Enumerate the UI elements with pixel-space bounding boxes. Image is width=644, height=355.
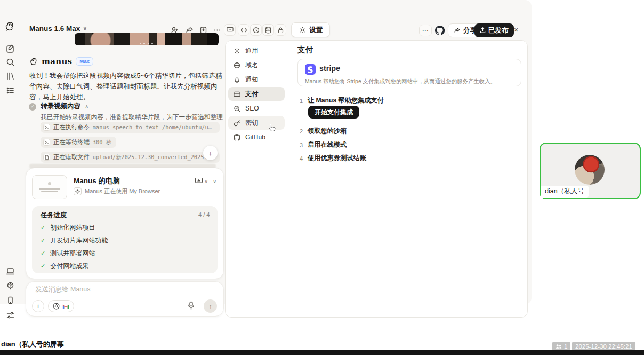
action-pill[interactable]: 正在等待终端 300 秒 <box>41 137 116 148</box>
search-icon[interactable] <box>4 56 16 68</box>
secrets-tab-button[interactable] <box>275 24 286 36</box>
viewer-count-badge: 1 <box>552 342 570 351</box>
section-title: 转录视频内容 <box>41 102 80 111</box>
stripe-description: Manus 帮助您将 Stripe 支付集成到您的网站中，从而通过您的服务产生收… <box>305 78 516 85</box>
computer-card-title: Manus 的电脑 <box>74 176 120 186</box>
gmail-icon <box>62 304 69 309</box>
github-icon <box>233 133 240 141</box>
chat-title[interactable]: Manus 1.6 Max ∨ <box>29 25 87 33</box>
scroll-to-bottom-button[interactable]: ↓ <box>203 146 218 160</box>
video-thumbnail[interactable] <box>75 33 219 45</box>
settings-nav-seo[interactable]: SEO <box>228 101 285 115</box>
tasks-icon[interactable] <box>4 84 16 96</box>
send-button[interactable]: ↑ <box>204 299 217 313</box>
task-item: ✓ 开发切片库网站功能 <box>41 236 108 245</box>
close-panel-button[interactable]: × <box>511 25 521 35</box>
code-tab-button[interactable] <box>238 24 249 36</box>
published-button[interactable]: 已发布 <box>474 23 514 37</box>
library-icon[interactable] <box>4 70 16 82</box>
progress-count: 4 / 4 <box>198 211 210 218</box>
computer-screen-thumbnail[interactable] <box>32 175 67 199</box>
share-icon <box>454 27 461 34</box>
payment-step-2: 2 领取您的沙箱 <box>297 127 347 136</box>
assistant-message: 收到！我会帮你把这段视频内容做成5~6个精华切片，包括筛选精华内容、去除口气词、… <box>29 70 222 102</box>
key-icon <box>233 119 240 127</box>
check-icon: ✓ <box>41 250 45 257</box>
stripe-logo-icon <box>305 64 316 75</box>
settings-nav-github[interactable]: GitHub <box>228 130 285 144</box>
collapse-card-icon[interactable]: ∨ <box>213 178 216 184</box>
max-badge: Max <box>76 57 93 66</box>
action-pill[interactable]: 正在读取文件 upload/新2025.12.30_converted_2025… <box>41 152 220 163</box>
terminal-icon <box>43 124 50 131</box>
start-payment-integration-button[interactable]: 开始支付集成 <box>308 106 359 119</box>
close-icon: × <box>514 26 518 34</box>
progress-title: 任务进度 <box>41 211 67 220</box>
settings-nav-keys[interactable]: 密钥 <box>228 116 285 130</box>
gear-icon <box>233 47 240 54</box>
gear-icon <box>299 26 306 34</box>
database-tab-button[interactable] <box>262 24 274 36</box>
settings-divider <box>288 41 288 317</box>
stripe-name: stripe <box>319 64 340 73</box>
section-status-icon: ✓ <box>29 103 36 111</box>
check-icon: ✓ <box>41 224 45 231</box>
task-item: ✓ 测试并部署网站 <box>41 249 95 258</box>
publish-icon <box>480 27 486 34</box>
preferences-icon[interactable] <box>4 309 16 321</box>
manus-avatar-icon <box>29 57 38 66</box>
video-progress-dots <box>140 43 153 45</box>
section-header[interactable]: ✓ 转录视频内容 ∧ <box>29 102 88 111</box>
agent-header: manus Max <box>29 57 93 66</box>
bell-icon <box>233 76 240 83</box>
chevron-down-icon[interactable]: ∨ <box>204 178 208 184</box>
connected-tools[interactable] <box>48 300 74 312</box>
microphone-icon[interactable] <box>188 301 195 310</box>
mouse-cursor <box>268 123 276 132</box>
viewers-icon <box>556 344 562 349</box>
arrow-down-icon: ↓ <box>208 149 212 157</box>
shared-screen-label: dian（私人号的屏幕 <box>1 340 64 349</box>
preview-tab-button[interactable] <box>224 24 236 36</box>
settings-tab[interactable]: 设置 <box>291 22 330 37</box>
message-input[interactable] <box>35 286 195 293</box>
action-pill[interactable]: 正在执行命令 manus-speech-to-text /home/ubuntu… <box>41 122 220 133</box>
settings-nav-payment[interactable]: 支付 <box>228 87 285 101</box>
more-icon: ⋯ <box>422 27 429 34</box>
attach-button[interactable]: + <box>32 300 44 312</box>
page-title: 支付 <box>297 45 313 55</box>
chevron-up-icon: ∧ <box>85 104 88 109</box>
browser-icon <box>74 187 82 195</box>
credit-card-icon <box>233 90 240 98</box>
chevron-down-icon: ∨ <box>83 26 87 31</box>
new-task-icon[interactable] <box>4 43 16 54</box>
settings-nav-general[interactable]: 通用 <box>228 44 285 58</box>
timestamp-badge: 2025-12-30 22:45:21 <box>572 342 635 351</box>
payment-step-4: 4 使用优惠券测试结账 <box>297 154 366 163</box>
settings-nav-domain[interactable]: 域名 <box>228 58 285 72</box>
check-icon: ✓ <box>41 237 45 244</box>
terminal-icon <box>43 139 50 146</box>
plus-icon: + <box>36 302 41 310</box>
display-select-icon[interactable] <box>194 176 204 186</box>
more-options-button[interactable]: ⋯ <box>419 25 432 36</box>
payment-step-1: 1 让 Manus 帮助您集成支付 <box>297 96 384 105</box>
settings-nav-notifications[interactable]: 通知 <box>228 73 285 86</box>
chrome-icon <box>53 303 60 310</box>
webcam-avatar <box>575 155 605 185</box>
check-icon: ✓ <box>41 263 45 270</box>
globe-icon <box>233 61 240 69</box>
bottom-black-bar <box>0 350 644 355</box>
arrow-up-icon: ↑ <box>209 303 212 310</box>
payment-step-3: 3 启用在线模式 <box>297 140 347 149</box>
task-item: ✓ 交付网站成果 <box>41 262 88 271</box>
file-icon <box>43 154 50 161</box>
manus-logo-icon <box>4 20 15 32</box>
laptop-icon[interactable] <box>4 265 16 277</box>
history-tab-button[interactable] <box>250 24 262 36</box>
help-icon[interactable] <box>4 280 16 291</box>
mobile-icon[interactable] <box>4 294 16 306</box>
github-icon <box>435 26 445 35</box>
webcam-name-label: dian（私人号 <box>541 186 589 198</box>
github-button[interactable] <box>434 25 446 36</box>
